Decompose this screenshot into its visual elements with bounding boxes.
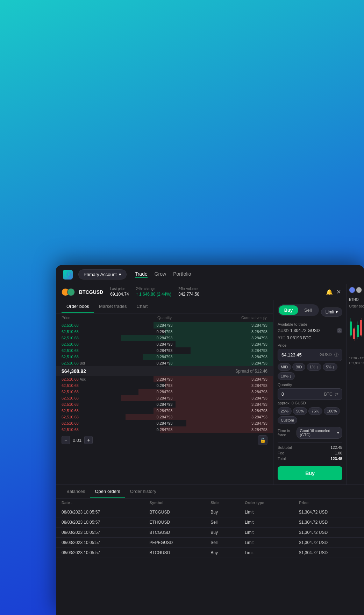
table-row: 62,510.68 0.284793 3.284793 [56,420,273,426]
tab-market-trades[interactable]: Market trades [94,300,131,313]
nav-logo [63,270,73,280]
col-date: Date ↓ [56,499,144,507]
pct1-button[interactable]: 1% ↓ [307,363,321,371]
tab-balances[interactable]: Balances [62,485,90,498]
ob-header-price: Price [62,316,130,320]
table-row: 62,510.68 0.284793 3.284793 [56,426,273,433]
order-type-label: Limit [326,310,334,314]
pct10-button[interactable]: 10% ↓ [278,372,295,380]
close-icon[interactable]: ✕ [336,289,341,295]
chevron-down-icon: ▾ [119,272,121,277]
usd-icon [67,288,75,296]
table-row: 62,510.68 0.284793 3.284793 [56,395,273,401]
table-row: 08/03/2023 10:05:57 ETHOUSD Sell Limit $… [56,517,364,528]
account-label: Primary Account [84,272,117,277]
subtotal-value: 122.45 [330,445,342,450]
price-value: 64,123.45 [281,352,302,358]
tab-order-history[interactable]: Order history [125,485,161,498]
bids-section: 62,510.68 0.284793 3.284793 62,510.68 0.… [56,322,273,366]
table-row: 08/03/2023 10:05:57 PEPEGUSD Sell Limit … [56,538,364,548]
col-side: Side [205,499,239,507]
pager-row: − 0.01 + 🔒 [56,433,273,447]
row-side: Sell [205,517,239,528]
row-date: 08/03/2023 10:05:57 [56,507,144,517]
app-container: Primary Account ▾ Trade Grow Portfolio B… [56,265,364,615]
order-type-chevron-icon: ▾ [336,310,338,314]
buy-tab[interactable]: Buy [279,305,298,315]
pct-buttons: 25% 50% 75% 100% Custom [278,407,342,424]
bottom-tab-bar: Balances Open orders Order history [56,485,364,499]
spread-row: $64,308.92 Spread of $12.46 [56,366,273,376]
svg-rect-5 [354,327,355,341]
gusd-amount: 1,304.72 GUSD [290,328,320,333]
ticker-symbol: BTCGUSD [79,289,103,295]
row-symbol: BTCGUSD [144,528,205,538]
custom-button[interactable]: Custom [278,416,297,424]
main-trading-panel: BTCGUSD Last price 69,104.74 24hr change… [56,284,347,485]
pct75-button[interactable]: 75% [308,407,322,415]
table-row: 62,510.68 0.284793 3.284793 [56,328,273,335]
svg-rect-3 [350,318,351,337]
coin-icons [62,288,75,296]
col-order-type: Order type [239,499,293,507]
table-row: 62,510.68 0.284793 3.284793 [56,408,273,414]
svg-point-1 [67,273,71,276]
eth-symbol-label: ETHO [347,296,364,303]
col-symbol: Symbol [144,499,205,507]
tab-order-book[interactable]: Order book [62,300,94,313]
info-icon: ⓘ [334,352,338,357]
pct5-button[interactable]: 5% ↓ [323,363,337,371]
table-row: 62,510.68 0.284793 3.284793 [56,401,273,408]
price-input[interactable]: 64,123.45 GUSD ⓘ [278,349,342,361]
row-side: Sell [205,538,239,548]
row-order-type: Limit [239,538,293,548]
swap-icon: ⇄ [335,392,338,397]
pager-plus-button[interactable]: + [84,436,93,444]
pct25-button[interactable]: 25% [278,407,292,415]
sell-tab[interactable]: Sell [298,305,318,315]
ob-header-qty: Quantity [130,316,199,320]
nav-link-grow[interactable]: Grow [155,271,166,278]
order-book-tab-bar: Order book Market trades Chart [56,300,273,313]
available-label: Available to trade [278,322,342,326]
nav-link-trade[interactable]: Trade [135,271,148,278]
buy-sell-row: Buy Sell Limit ▾ [278,304,342,319]
quantity-currency: BTC ⇄ [324,392,338,397]
spread-price: $64,308.92 [62,368,86,374]
bell-icon[interactable]: 🔔 [326,289,333,295]
pager-minus-button[interactable]: − [62,436,70,444]
gusd-label: GUSD [278,328,289,333]
buy-submit-button[interactable]: Buy [278,466,342,480]
row-symbol: BTCGUSD [144,507,205,517]
volume-value: 342,774.58 [178,292,199,297]
col-price: Price [293,499,364,507]
mid-button[interactable]: MID [278,363,291,371]
row-order-type: Limit [239,528,293,538]
ticker-actions: 🔔 ✕ [326,289,341,295]
trade-form: Buy Sell Limit ▾ Available to trade GUSD [273,300,347,485]
ticker-last-price: Last price 69,104.74 [110,287,129,297]
quantity-input[interactable]: 0 BTC ⇄ [278,388,342,400]
tif-select[interactable]: Good 'til canceled (GTC) ▾ [297,427,342,439]
tab-chart[interactable]: Chart [132,300,153,313]
bid-button[interactable]: BID [292,363,305,371]
lock-icon[interactable]: 🔒 [258,435,267,445]
svg-rect-7 [357,321,358,339]
row-price: $1,304.72 USD [293,507,364,517]
order-type-button[interactable]: Limit ▾ [321,308,342,317]
eth-order-book-label: Order book [347,303,364,310]
row-order-type: Limit [239,548,293,558]
row-date: 08/03/2023 10:05:57 [56,538,144,548]
btc-label: BTC [278,336,285,340]
tab-open-orders[interactable]: Open orders [90,485,125,498]
row-price: $1,304.72 USD [293,517,364,528]
change-label: 24hr change [136,287,171,291]
fee-label: Fee [278,451,284,455]
eth2-icon [356,287,362,293]
row-price: $1,304.72 USD [293,548,364,558]
nav-link-portfolio[interactable]: Portfolio [173,271,191,278]
pct50-button[interactable]: 50% [293,407,307,415]
pct100-button[interactable]: 100% [324,407,340,415]
ob-header-cumqty: Cumulative qty. [199,316,267,320]
account-selector[interactable]: Primary Account ▾ [78,269,127,280]
